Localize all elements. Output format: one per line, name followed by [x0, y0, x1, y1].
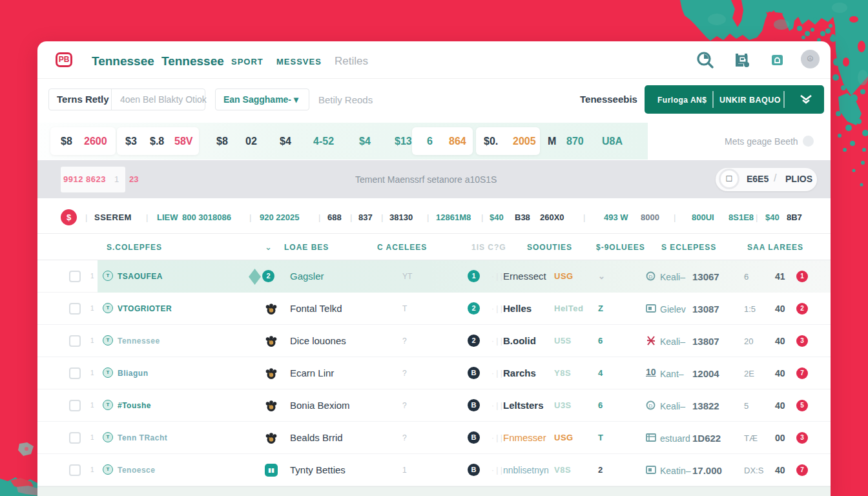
svg-text:D: D: [649, 274, 653, 280]
svg-text:D: D: [649, 403, 653, 409]
